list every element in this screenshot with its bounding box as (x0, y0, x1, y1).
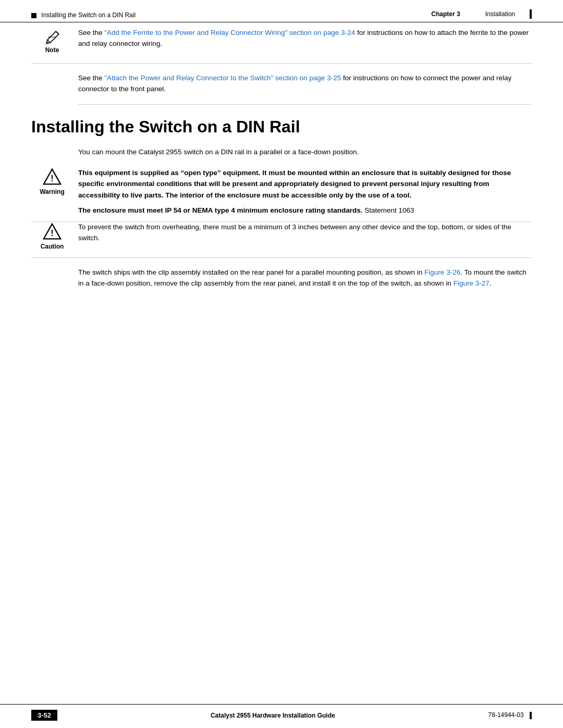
footer-doc-number: 78-14944-03 (488, 711, 532, 719)
warning-statement: Statement 1063 (364, 206, 414, 214)
note-block-2: See the "Attach the Power and Relay Conn… (78, 73, 532, 105)
caution-text: To prevent the switch from overheating, … (78, 222, 532, 244)
page-footer: 3-52 Catalyst 2955 Hardware Installation… (0, 704, 563, 728)
note-link-1[interactable]: "Add the Ferrite to the Power and Relay … (104, 29, 355, 36)
warning-text: This equipment is supplied as “open type… (78, 167, 532, 216)
body-text: The switch ships with the clip assembly … (78, 267, 532, 289)
figure-3-26-link[interactable]: Figure 3-26 (424, 268, 460, 276)
caution-block: ! Caution To prevent the switch from ove… (31, 222, 532, 258)
caution-icon: ! (43, 222, 62, 241)
page-container: Installing the Switch on a DIN Rail Chap… (0, 0, 563, 728)
caution-icon-area: ! Caution (31, 222, 73, 250)
content-area: Note See the "Add the Ferrite to the Pow… (0, 22, 563, 704)
header-bar (530, 9, 532, 19)
page-header: Installing the Switch on a DIN Rail Chap… (0, 0, 563, 22)
note-link-2[interactable]: "Attach the Power and Relay Connector to… (104, 74, 341, 82)
warning-block: ! Warning This equipment is supplied as … (31, 167, 532, 222)
header-chapter-title: Installation (485, 10, 515, 18)
warning-icon-area: ! Warning (31, 167, 73, 195)
footer-document-title: Catalyst 2955 Hardware Installation Guid… (211, 712, 335, 719)
note-label: Note (45, 46, 59, 54)
warning-label: Warning (40, 188, 65, 195)
footer-page-number: 3-52 (31, 710, 57, 721)
figure-3-27-link[interactable]: Figure 3-27 (454, 279, 489, 287)
svg-text:!: ! (51, 228, 53, 238)
caution-label: Caution (41, 243, 64, 250)
header-section-label: Installing the Switch on a DIN Rail (31, 11, 136, 19)
intro-text: You can mount the Catalyst 2955 switch o… (78, 147, 532, 158)
header-chapter: Chapter 3 (431, 10, 460, 18)
note-icon (43, 28, 62, 46)
section-heading: Installing the Switch on a DIN Rail (31, 117, 532, 137)
warning-line2: The enclosure must meet IP 54 or NEMA ty… (78, 205, 532, 216)
header-chapter-area: Chapter 3 Installation (431, 9, 532, 19)
note-icon-area: Note (31, 28, 73, 54)
note-text-2: See the "Attach the Power and Relay Conn… (78, 73, 532, 95)
warning-icon: ! (43, 167, 62, 186)
note-text-1: See the "Add the Ferrite to the Power an… (78, 28, 532, 50)
note-block-1: Note See the "Add the Ferrite to the Pow… (31, 28, 532, 64)
footer-bar (530, 712, 532, 719)
svg-text:!: ! (51, 174, 53, 183)
warning-line1: This equipment is supplied as “open type… (78, 167, 532, 201)
svg-line-0 (48, 33, 56, 41)
